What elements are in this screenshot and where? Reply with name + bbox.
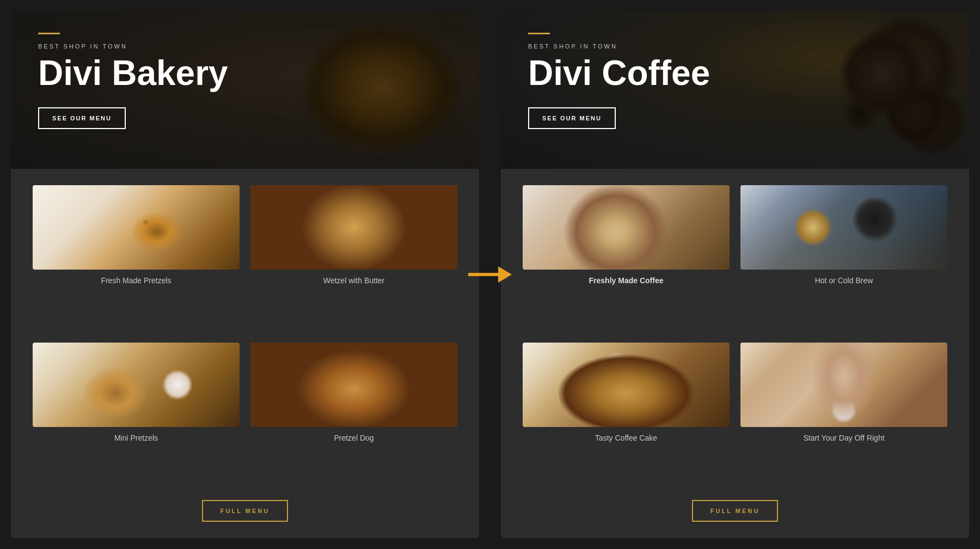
coffee-label-brew: Hot or Cold Brew bbox=[815, 276, 873, 285]
bakery-label-pretzels: Fresh Made Pretzels bbox=[101, 276, 171, 285]
bakery-item-wetzel: Wetzel with Butter bbox=[250, 185, 457, 332]
coffee-hero-content: BEST SHOP IN TOWN Divi Coffee SEE OUR ME… bbox=[501, 11, 969, 151]
main-container: BEST SHOP IN TOWN Divi Bakery SEE OUR ME… bbox=[0, 0, 980, 549]
right-arrow-icon bbox=[468, 258, 512, 291]
bakery-full-menu-button[interactable]: FULL MENU bbox=[202, 500, 288, 522]
coffee-title: Divi Coffee bbox=[528, 54, 942, 92]
coffee-image-latte bbox=[523, 185, 730, 270]
bakery-item-dog: Pretzel Dog bbox=[250, 343, 457, 489]
coffee-label-woman: Start Your Day Off Right bbox=[803, 434, 884, 442]
coffee-accent-line bbox=[528, 33, 550, 34]
coffee-item-woman: Start Your Day Off Right bbox=[740, 343, 947, 489]
coffee-hero: BEST SHOP IN TOWN Divi Coffee SEE OUR ME… bbox=[501, 11, 969, 169]
coffee-subtitle: BEST SHOP IN TOWN bbox=[528, 43, 942, 50]
coffee-grid-section: Freshly Made Coffee Hot or Cold Brew Tas… bbox=[501, 169, 969, 538]
coffee-full-menu-container: FULL MENU bbox=[523, 489, 947, 527]
bakery-grid-section: Fresh Made Pretzels Wetzel with Butter M… bbox=[11, 169, 479, 538]
coffee-menu-button[interactable]: SEE OUR MENU bbox=[528, 107, 616, 129]
bakery-image-pretzels bbox=[33, 185, 240, 270]
bakery-title: Divi Bakery bbox=[38, 54, 452, 92]
bakery-label-mini: Mini Pretzels bbox=[114, 434, 158, 442]
coffee-full-menu-button[interactable]: FULL MENU bbox=[692, 500, 778, 522]
coffee-panel: BEST SHOP IN TOWN Divi Coffee SEE OUR ME… bbox=[501, 11, 969, 538]
coffee-image-woman bbox=[740, 343, 947, 427]
bakery-item-pretzels: Fresh Made Pretzels bbox=[33, 185, 240, 332]
bakery-hero: BEST SHOP IN TOWN Divi Bakery SEE OUR ME… bbox=[11, 11, 479, 169]
coffee-label-cake: Tasty Coffee Cake bbox=[595, 434, 657, 442]
bakery-label-wetzel: Wetzel with Butter bbox=[323, 276, 385, 285]
bakery-item-mini: Mini Pretzels bbox=[33, 343, 240, 489]
bakery-panel: BEST SHOP IN TOWN Divi Bakery SEE OUR ME… bbox=[11, 11, 479, 538]
bakery-image-dog bbox=[250, 343, 457, 427]
bakery-image-wetzel bbox=[250, 185, 457, 270]
coffee-item-brew: Hot or Cold Brew bbox=[740, 185, 947, 332]
bakery-hero-content: BEST SHOP IN TOWN Divi Bakery SEE OUR ME… bbox=[11, 11, 479, 151]
arrow-container bbox=[468, 258, 512, 291]
bakery-accent-line bbox=[38, 33, 60, 34]
bakery-full-menu-container: FULL MENU bbox=[33, 489, 457, 527]
bakery-label-dog: Pretzel Dog bbox=[334, 434, 373, 442]
coffee-image-brew bbox=[740, 185, 947, 270]
coffee-image-cake bbox=[523, 343, 730, 427]
coffee-label-latte: Freshly Made Coffee bbox=[589, 276, 664, 285]
coffee-item-latte: Freshly Made Coffee bbox=[523, 185, 730, 332]
coffee-item-cake: Tasty Coffee Cake bbox=[523, 343, 730, 489]
bakery-menu-button[interactable]: SEE OUR MENU bbox=[38, 107, 126, 129]
bakery-subtitle: BEST SHOP IN TOWN bbox=[38, 43, 452, 50]
coffee-items-grid: Freshly Made Coffee Hot or Cold Brew Tas… bbox=[523, 185, 947, 489]
bakery-items-grid: Fresh Made Pretzels Wetzel with Butter M… bbox=[33, 185, 457, 489]
bakery-image-mini bbox=[33, 343, 240, 427]
